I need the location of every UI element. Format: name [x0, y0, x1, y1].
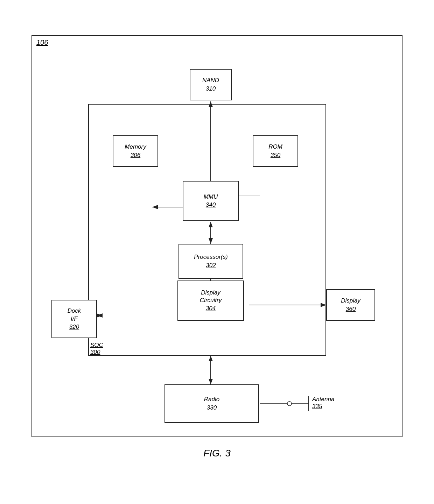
display-block: Display 360	[326, 289, 375, 321]
rom-label: ROM	[268, 143, 282, 151]
outer-box: 106	[31, 35, 402, 437]
radio-label: Radio	[204, 396, 219, 403]
rom-num: 350	[271, 152, 280, 159]
soc-num: 300	[90, 349, 103, 356]
antenna-num: 335	[312, 403, 322, 410]
display-circuitry-num: 304	[206, 305, 216, 312]
mmu-block: MMU 340	[183, 181, 239, 221]
dock-num: 320	[69, 324, 79, 331]
mmu-num: 340	[206, 201, 216, 208]
dock-label: Dock I/F	[68, 307, 81, 322]
radio-block: Radio 330	[164, 384, 259, 423]
display-circuitry-block: Display Circuitry 304	[177, 281, 244, 321]
outer-label: 106	[36, 38, 48, 47]
nand-label: NAND	[202, 77, 219, 84]
processor-block: Processor(s) 302	[178, 244, 243, 279]
memory-block: Memory 306	[113, 135, 158, 167]
memory-num: 306	[131, 152, 140, 159]
figure-label: FIG. 3	[31, 448, 402, 459]
dock-block: Dock I/F 320	[51, 300, 97, 338]
rom-block: ROM 350	[253, 135, 298, 167]
display-label: Display	[341, 297, 360, 305]
display-num: 360	[346, 306, 356, 313]
processor-label: Processor(s)	[194, 253, 227, 261]
nand-num: 310	[206, 85, 216, 92]
antenna-label: Antenna 335	[312, 396, 334, 410]
display-circuitry-label: Display Circuitry	[200, 289, 222, 304]
soc-label: SOC 300	[90, 342, 103, 356]
mmu-label: MMU	[204, 193, 218, 201]
svg-point-12	[287, 402, 292, 406]
processor-num: 302	[206, 262, 216, 269]
antenna-text: Antenna	[312, 396, 334, 403]
radio-num: 330	[207, 404, 217, 411]
nand-block: NAND 310	[190, 69, 232, 100]
page-wrapper: 106	[24, 24, 410, 480]
soc-text: SOC	[90, 342, 103, 349]
memory-label: Memory	[125, 143, 146, 151]
